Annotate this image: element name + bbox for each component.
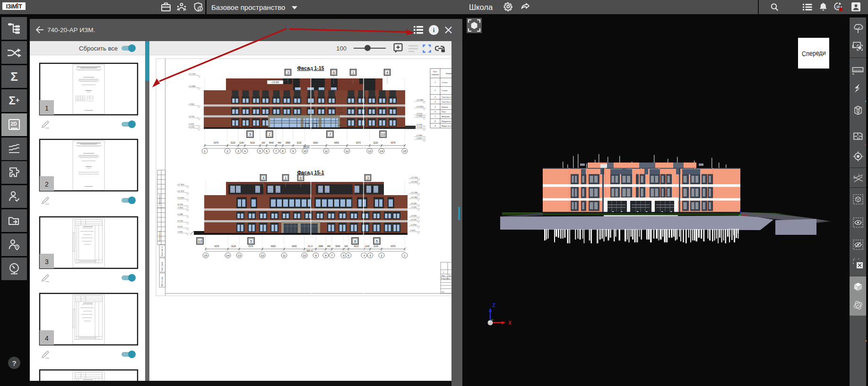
svg-text:2D: 2D [11,121,17,127]
svg-text:+3.750: +3.750 [177,220,183,222]
svg-text:420: 420 [344,245,348,248]
svg-text:8: 8 [354,239,356,243]
svg-text:-1.300: -1.300 [177,231,183,233]
svg-text:+8.280: +8.280 [410,202,417,205]
svg-text:Кол.: Кол. [449,275,451,277]
svg-text:+4.350: +4.350 [410,214,417,217]
svg-text:+3.150: +3.150 [416,126,423,129]
svg-text:4: 4 [262,176,264,180]
svg-text:8: 8 [282,149,284,153]
svg-text:3: 3 [367,176,369,180]
svg-text:+4.350: +4.350 [416,123,423,126]
svg-text:+17.250: +17.250 [410,176,418,179]
svg-text:+0.120: +0.120 [188,126,195,128]
svg-text:Разработал: Разработал [441,278,451,280]
svg-text:3: 3 [369,254,371,257]
svg-text:3120: 3120 [373,142,378,144]
svg-text:2: 2 [226,149,228,153]
svg-text:460: 460 [278,142,281,144]
svg-text:+10.980: +10.980 [410,196,418,198]
svg-text:+7.850: +7.850 [177,206,183,209]
svg-text:9: 9 [292,149,294,153]
svg-text:5640: 5640 [269,142,274,144]
svg-text:+4.480: +4.480 [177,213,183,215]
svg-text:4210: 4210 [250,142,255,144]
svg-text:X: X [508,320,512,326]
svg-text:+12.280: +12.280 [410,191,418,194]
svg-text:Витражи: Витражи [442,115,450,118]
svg-text:3120: 3120 [296,142,302,144]
svg-text:3120: 3120 [308,245,313,248]
svg-text:-0.300: -0.300 [337,124,343,127]
svg-text:7: 7 [329,132,331,137]
svg-text:420: 420 [261,142,265,144]
svg-text:+8.290: +8.290 [177,203,183,206]
svg-text:2: 2 [858,173,859,176]
svg-text:6: 6 [300,176,302,180]
svg-text:+5.450: +5.450 [410,223,417,226]
svg-text:отделки: отделки [431,73,439,76]
svg-text:1: 1 [204,149,206,153]
svg-text:6370: 6370 [214,245,219,248]
svg-text:7: 7 [331,254,333,257]
svg-text:13: 13 [368,149,372,153]
svg-text:+3.750: +3.750 [188,115,195,118]
svg-text:5: 5 [347,254,349,257]
svg-text:Участок сте: Участок сте [442,96,451,98]
svg-text:6370: 6370 [356,142,361,144]
svg-text:+7.950: +7.950 [410,206,417,208]
svg-text:93720: 93720 [307,250,313,252]
svg-text:Взам. инв. №: Взам. инв. № [161,246,163,256]
svg-text:5: 5 [250,239,252,243]
svg-text:3120: 3120 [230,142,235,144]
svg-text:Z: Z [492,302,495,308]
svg-text:1: 1 [854,175,855,178]
svg-text:3120: 3120 [231,245,236,248]
svg-text:6: 6 [266,149,268,153]
svg-text:15: 15 [403,149,407,153]
svg-text:2880: 2880 [318,245,323,248]
svg-text:5540: 5540 [335,245,340,248]
svg-text:Участок сте: Участок сте [442,101,451,103]
svg-text:6370: 6370 [214,142,219,144]
svg-text:11: 11 [283,254,286,257]
svg-text:+3.420: +3.420 [338,112,344,114]
svg-text:-0.200: -0.200 [188,123,194,125]
svg-text:+1.900: +1.900 [339,119,345,121]
svg-text:12: 12 [346,149,349,153]
svg-text:15: 15 [204,254,208,257]
svg-text:Пояс: Пояс [442,111,446,113]
svg-text:1140: 1140 [365,245,370,248]
svg-text:+11.970: +11.970 [177,190,184,192]
svg-text:Водосто-во: Водосто-во [442,125,451,127]
svg-text:14: 14 [226,254,230,257]
svg-text:4210: 4210 [354,245,359,248]
svg-text:Стены: Стены [442,81,448,84]
svg-text:6370: 6370 [391,245,396,248]
svg-text:5: 5 [249,132,251,137]
svg-text:Наружные д: Наружные д [442,120,451,122]
svg-text:4: 4 [244,149,246,153]
svg-text:1: 1 [45,104,49,112]
svg-text:(а!): (а!) [442,291,444,293]
svg-text:93720: 93720 [304,146,310,148]
svg-text:1140: 1140 [239,142,244,144]
svg-text:6370: 6370 [391,142,396,144]
svg-text:+10.850: +10.850 [416,105,424,108]
svg-text:+10.950: +10.950 [177,197,184,199]
svg-text:12: 12 [261,254,264,257]
svg-text:-0.450: -0.450 [416,137,422,139]
svg-text:3120: 3120 [373,245,379,248]
svg-text:10: 10 [836,5,840,9]
svg-text:10: 10 [381,132,385,137]
svg-text:6000: 6000 [271,245,276,248]
svg-text:10: 10 [304,149,307,153]
svg-text:Изм: Изм [442,275,445,277]
svg-text:-0.070: -0.070 [177,225,183,228]
svg-text:+4.450: +4.450 [337,108,343,110]
svg-text:10: 10 [198,239,202,243]
svg-text:2: 2 [45,180,49,188]
svg-text:1: 1 [285,176,286,180]
svg-text:Согласовано: Согласовано [159,231,161,242]
svg-text:14: 14 [380,149,383,153]
